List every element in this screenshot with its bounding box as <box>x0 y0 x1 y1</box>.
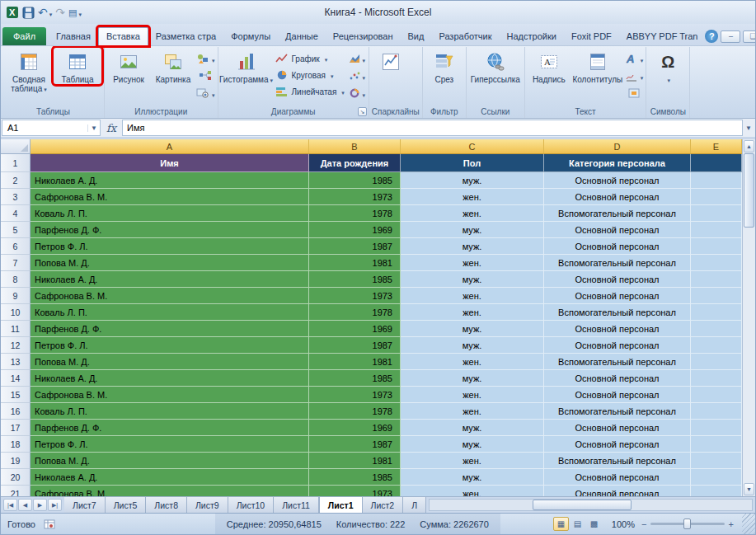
cell-D12[interactable]: Основной персонал <box>544 337 691 354</box>
hyperlink-button[interactable]: Гиперссылка <box>469 48 522 84</box>
cell-B10[interactable]: 1978 <box>309 304 401 321</box>
ribbon-tab-11[interactable]: ABBYY PDF Tran <box>619 27 706 45</box>
first-sheet-icon[interactable]: |◀ <box>3 499 17 511</box>
cell-B17[interactable]: 1969 <box>309 420 401 436</box>
cell-C9[interactable]: жен. <box>401 288 544 304</box>
row-header-11[interactable]: 11 <box>1 321 31 337</box>
row-header-3[interactable]: 3 <box>1 189 31 205</box>
excel-logo-icon[interactable]: X <box>6 4 19 21</box>
area-chart-button[interactable] <box>348 51 366 66</box>
help-icon[interactable]: ? <box>705 30 718 43</box>
other-charts-button[interactable] <box>348 86 366 101</box>
row-header-12[interactable]: 12 <box>1 337 31 354</box>
cell-A16[interactable]: Коваль Л. П. <box>31 403 309 420</box>
insert-function-button[interactable]: fx <box>101 120 122 136</box>
cell-B16[interactable]: 1978 <box>309 403 401 420</box>
cell-B6[interactable]: 1987 <box>309 238 401 255</box>
cell-D3[interactable]: Основной персонал <box>544 189 691 205</box>
cell-D16[interactable]: Вспомогательный персонал <box>544 403 691 420</box>
cell-E7[interactable] <box>691 255 742 271</box>
cell-A17[interactable]: Парфенов Д. Ф. <box>31 420 309 436</box>
slicer-button[interactable]: Срез <box>425 48 463 84</box>
row-header-15[interactable]: 15 <box>1 387 31 403</box>
object-button[interactable] <box>625 86 644 101</box>
cell-D1[interactable]: Категория персонала <box>544 154 691 172</box>
row-header-19[interactable]: 19 <box>1 453 31 469</box>
redo-icon[interactable]: ↷ <box>55 4 65 21</box>
sheet-tab-1[interactable]: Лист5 <box>106 497 147 513</box>
row-header-18[interactable]: 18 <box>1 436 31 453</box>
scatter-chart-button[interactable] <box>348 68 366 83</box>
cell-A3[interactable]: Сафронова В. М. <box>31 189 309 205</box>
cell-E17[interactable] <box>691 420 742 436</box>
sheet-tab-0[interactable]: Лист7 <box>64 497 106 513</box>
line-chart-button[interactable]: График <box>273 51 347 66</box>
cell-B3[interactable]: 1973 <box>309 189 401 205</box>
zoom-level[interactable]: 100% <box>612 519 635 529</box>
cell-E15[interactable] <box>691 387 742 403</box>
name-box[interactable]: A1▼ <box>2 120 101 136</box>
cell-B4[interactable]: 1978 <box>309 205 401 222</box>
resize-grip[interactable] <box>742 514 755 534</box>
signature-line-button[interactable] <box>625 68 644 83</box>
scroll-up-icon[interactable]: ▲ <box>744 140 754 153</box>
cell-D9[interactable]: Основной персонал <box>544 288 691 304</box>
column-header-E[interactable]: E <box>691 139 742 154</box>
cell-A12[interactable]: Петров Ф. Л. <box>31 337 309 354</box>
cell-C21[interactable]: жен. <box>401 486 544 496</box>
cell-A10[interactable]: Коваль Л. П. <box>31 304 309 321</box>
cell-E18[interactable] <box>691 436 742 453</box>
save-icon[interactable] <box>22 4 35 21</box>
cell-A18[interactable]: Петров Ф. Л. <box>31 436 309 453</box>
cell-A20[interactable]: Николаев А. Д. <box>31 469 309 486</box>
ribbon-tab-8[interactable]: Разработчик <box>431 27 499 45</box>
restore-icon[interactable]: ❏ <box>743 31 756 43</box>
sparklines-button[interactable] <box>372 48 410 73</box>
row-header-14[interactable]: 14 <box>1 370 31 387</box>
cell-E11[interactable] <box>691 321 742 337</box>
cell-E2[interactable] <box>691 172 742 189</box>
cell-B13[interactable]: 1981 <box>309 354 401 370</box>
cell-B19[interactable]: 1981 <box>309 453 401 469</box>
sheet-tab-6[interactable]: Лист1 <box>319 497 363 513</box>
next-sheet-icon[interactable]: ▶ <box>33 499 47 511</box>
cell-C6[interactable]: муж. <box>401 238 544 255</box>
horizontal-scroll-thumb[interactable] <box>533 500 632 510</box>
sheet-tab-8[interactable]: Л <box>403 497 426 513</box>
column-header-B[interactable]: B <box>309 139 401 154</box>
page-layout-view-icon[interactable]: ▤ <box>570 517 585 531</box>
cell-E9[interactable] <box>691 288 742 304</box>
cell-E6[interactable] <box>691 238 742 255</box>
cell-A8[interactable]: Николаев А. Д. <box>31 271 309 288</box>
row-header-21[interactable]: 21 <box>1 486 31 496</box>
cell-A15[interactable]: Сафронова В. М. <box>31 387 309 403</box>
ribbon-tab-3[interactable]: Разметка стра <box>148 27 223 45</box>
column-chart-button[interactable]: Гистограмма <box>221 48 272 85</box>
cell-C2[interactable]: муж. <box>401 172 544 189</box>
horizontal-scrollbar[interactable] <box>429 499 753 511</box>
cell-C19[interactable]: жен. <box>401 453 544 469</box>
cell-C10[interactable]: жен. <box>401 304 544 321</box>
cell-E14[interactable] <box>691 370 742 387</box>
cell-C14[interactable]: муж. <box>401 370 544 387</box>
ribbon-tab-9[interactable]: Надстройки <box>500 27 564 45</box>
cell-E16[interactable] <box>691 403 742 420</box>
cell-B20[interactable]: 1985 <box>309 469 401 486</box>
name-box-dropdown-icon[interactable]: ▼ <box>87 124 100 132</box>
cell-D15[interactable]: Основной персонал <box>544 387 691 403</box>
cell-C7[interactable]: жен. <box>401 255 544 271</box>
cell-C4[interactable]: жен. <box>401 205 544 222</box>
row-header-8[interactable]: 8 <box>1 271 31 288</box>
cell-B18[interactable]: 1987 <box>309 436 401 453</box>
cell-C17[interactable]: муж. <box>401 420 544 436</box>
ribbon-tab-1[interactable]: Главная <box>49 27 98 45</box>
cell-D21[interactable]: Основной персонал <box>544 486 691 496</box>
cell-A21[interactable]: Сафронова В. М. <box>31 486 309 496</box>
cell-B1[interactable]: Дата рождения <box>309 154 401 172</box>
column-header-D[interactable]: D <box>544 139 691 154</box>
vertical-scroll-thumb[interactable] <box>744 153 754 228</box>
cell-A9[interactable]: Сафронова В. М. <box>31 288 309 304</box>
pie-chart-button[interactable]: Круговая <box>273 68 347 82</box>
cell-C5[interactable]: муж. <box>401 222 544 238</box>
cell-C8[interactable]: муж. <box>401 271 544 288</box>
